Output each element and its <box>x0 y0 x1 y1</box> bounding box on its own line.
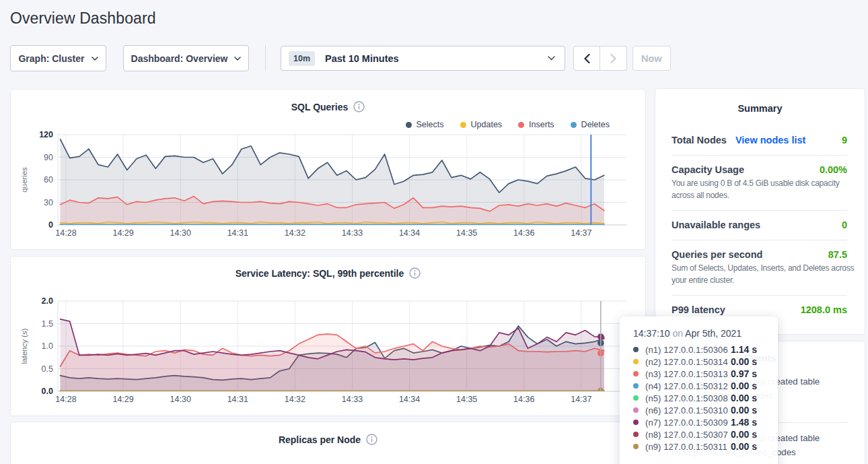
chart-plot[interactable]: 0.00.51.01.52.014:2814:2914:3014:3114:32… <box>11 257 647 417</box>
tooltip-series-label: (n5) 127.0.0.1:50308 <box>645 393 728 403</box>
tooltip-row: (n6) 127.0.0.1:503100.00 s <box>633 404 766 416</box>
tooltip-row: (n9) 127.0.0.1:503110.00 s <box>633 440 766 453</box>
summary-row-subtext: Sum of Selects, Updates, Inserts, and De… <box>672 262 857 286</box>
chevron-right-icon <box>610 54 616 63</box>
chart-plot[interactable]: 030609012014:2814:2914:3014:3114:3214:33… <box>11 90 647 251</box>
tooltip-row: (n7) 127.0.0.1:503091.48 s <box>633 416 766 428</box>
summary-rows: Total NodesView nodes list9Capacity Usag… <box>672 114 847 316</box>
x-axis-tick-label: 14:35 <box>456 228 477 238</box>
toolbar-divider <box>265 45 266 71</box>
x-axis-tick-label: 14:34 <box>399 228 420 238</box>
graph-selector-dropdown[interactable]: Graph: Cluster <box>10 45 106 71</box>
chart-title: Replicas per Node <box>279 434 361 445</box>
summary-row-value: 1208.0 ms <box>801 304 847 316</box>
tooltip-series-label: (n8) 127.0.0.1:50307 <box>645 430 728 440</box>
summary-row-value: 87.5 <box>828 248 847 261</box>
summary-row: P99 latency1208.0 ms <box>672 296 847 316</box>
tooltip-series-value: 0.00 s <box>731 441 766 452</box>
chevron-down-icon <box>548 56 555 61</box>
chart-hover-tooltip: 14:37:10 on Apr 5th, 2021 (n1) 127.0.0.1… <box>620 317 778 464</box>
tooltip-series-value: 1.48 s <box>731 417 766 428</box>
summary-panel: Summary Total NodesView nodes list9Capac… <box>655 88 865 335</box>
x-axis-tick-label: 14:30 <box>170 395 191 404</box>
y-axis-title: latency (s) <box>20 328 28 364</box>
tooltip-row: (n4) 127.0.0.1:503120.00 s <box>633 380 766 392</box>
summary-row: Queries per second87.5 <box>672 240 847 261</box>
tooltip-series-value: 0.00 s <box>731 429 766 440</box>
tooltip-series-value: 0.00 s <box>731 393 766 403</box>
summary-row-label: Unavailable ranges <box>672 219 760 231</box>
y-axis-tick-label: 0.5 <box>42 364 53 374</box>
summary-row: Unavailable ranges0 <box>672 211 847 231</box>
chart-title-row: Replicas per Node <box>11 434 645 445</box>
tooltip-series-label: (n1) 127.0.0.1:50306 <box>645 345 728 355</box>
x-axis-tick-label: 14:28 <box>55 395 76 404</box>
x-axis-tick-label: 14:36 <box>513 228 534 238</box>
tooltip-time: 14:37:10 <box>633 328 670 339</box>
summary-row-value: 0.00% <box>820 164 847 176</box>
tooltip-series-value: 0.00 s <box>731 356 766 367</box>
x-axis-tick-label: 14:31 <box>227 228 248 238</box>
page-title: Overview Dashboard <box>10 9 156 28</box>
tooltip-series-label: (n2) 127.0.0.1:50314 <box>645 357 728 367</box>
service-latency-chart-panel: Service Latency: SQL, 99th percentile0.0… <box>10 256 646 416</box>
tooltip-series-value: 0.00 s <box>731 405 766 416</box>
toolbar: Overview Dashboard Graph: Cluster Dashbo… <box>0 0 868 81</box>
y-axis-tick-label: 2.0 <box>42 296 53 306</box>
tooltip-series-value: 0.97 s <box>731 368 766 379</box>
x-axis-tick-label: 14:37 <box>571 228 591 238</box>
y-axis-tick-label: 1.0 <box>42 341 53 351</box>
tooltip-timestamp: 14:37:10 on Apr 5th, 2021 <box>633 328 766 339</box>
summary-row: Total NodesView nodes list9 <box>672 114 847 146</box>
prev-time-button[interactable] <box>573 46 600 71</box>
y-axis-title: queries <box>20 167 28 193</box>
summary-row-value: 9 <box>842 134 847 146</box>
y-axis-tick-label: 90 <box>44 153 53 162</box>
tooltip-date: Apr 5th, 2021 <box>685 328 742 339</box>
x-axis-tick-label: 14:33 <box>342 395 363 404</box>
y-axis-tick-label: 60 <box>44 175 53 185</box>
tooltip-series-dot <box>633 444 639 449</box>
tooltip-rows: (n1) 127.0.0.1:503061.14 s(n2) 127.0.0.1… <box>633 343 766 453</box>
tooltip-row: (n3) 127.0.0.1:503130.97 s <box>633 368 766 380</box>
info-icon[interactable] <box>366 434 377 445</box>
y-axis-tick-label: 0 <box>48 220 53 230</box>
y-axis-tick-label: 0.0 <box>42 387 53 396</box>
time-range-selector[interactable]: 10m Past 10 Minutes <box>281 46 565 71</box>
tooltip-series-dot <box>633 407 639 413</box>
x-axis-tick-label: 14:36 <box>513 395 534 404</box>
summary-row-label: Capacity Usage <box>672 164 744 176</box>
time-range-badge: 10m <box>289 51 315 66</box>
x-axis-tick-label: 14:29 <box>112 395 133 404</box>
y-axis-tick-label: 30 <box>44 198 53 207</box>
x-axis-tick-label: 14:35 <box>456 395 477 404</box>
now-button-label: Now <box>641 53 662 64</box>
dashboard-selector-dropdown[interactable]: Dashboard: Overview <box>123 45 249 71</box>
summary-row-label: P99 latency <box>672 304 725 316</box>
replicas-per-node-chart-panel: Replicas per Node60 <box>10 422 646 464</box>
now-button-disabled[interactable]: Now <box>632 46 671 71</box>
summary-row-label: Total Nodes <box>672 134 727 146</box>
next-time-button-disabled[interactable] <box>600 46 627 71</box>
tooltip-on-word: on <box>672 328 683 339</box>
chevron-down-icon <box>234 57 241 61</box>
x-axis-tick-label: 14:37 <box>571 395 591 404</box>
x-axis-tick-label: 14:34 <box>399 395 420 404</box>
x-axis-tick-label: 14:32 <box>285 228 305 238</box>
tooltip-row: (n8) 127.0.0.1:503070.00 s <box>633 428 766 440</box>
tooltip-row: (n2) 127.0.0.1:503140.00 s <box>633 356 766 368</box>
tooltip-series-value: 1.14 s <box>731 344 766 355</box>
tooltip-series-value: 0.00 s <box>731 380 766 391</box>
x-axis-tick-label: 14:30 <box>170 228 191 238</box>
summary-row-value: 0 <box>842 219 847 231</box>
view-nodes-list-link[interactable]: View nodes list <box>735 134 806 146</box>
time-range-label: Past 10 Minutes <box>325 53 399 64</box>
tooltip-series-label: (n3) 127.0.0.1:50313 <box>645 369 728 379</box>
chevron-left-icon <box>584 54 590 63</box>
y-axis-tick-label: 1.5 <box>42 319 53 329</box>
sql-queries-chart-panel: SQL QueriesSelectsUpdatesInsertsDeletes0… <box>10 89 646 250</box>
x-axis-tick-label: 14:31 <box>227 395 248 404</box>
summary-row-subtext: You are using 0 B of 4.5 GiB usable disk… <box>672 177 857 201</box>
tooltip-series-dot <box>633 432 639 437</box>
tooltip-series-label: (n9) 127.0.0.1:50311 <box>645 442 727 452</box>
